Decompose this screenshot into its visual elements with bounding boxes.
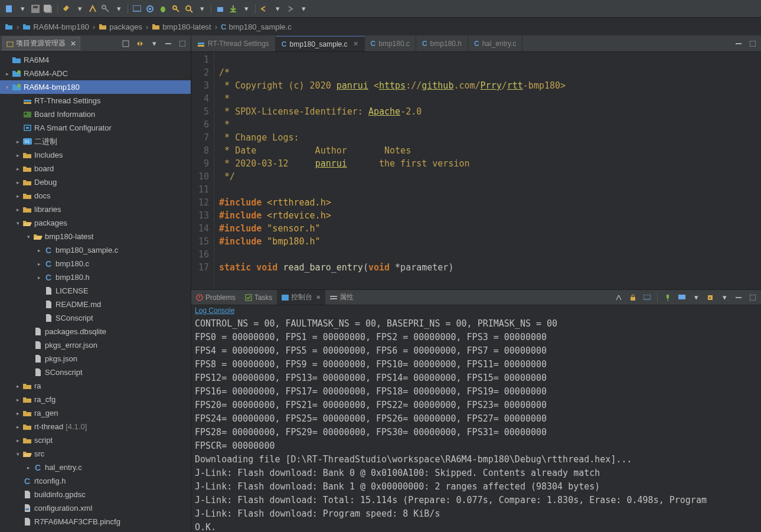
dropdown-icon[interactable]: ▾	[298, 3, 309, 15]
tree-item[interactable]: packages.dbsqlite	[0, 325, 191, 338]
tree-item[interactable]: ▸rt-thread[4.1.0]	[0, 420, 191, 433]
tree-item[interactable]: ▸libraries	[0, 203, 191, 216]
tree-arrow-icon[interactable]	[14, 518, 21, 526]
build-icon[interactable]	[87, 3, 99, 15]
tree-arrow-icon[interactable]: ▾	[4, 84, 11, 91]
close-icon[interactable]: ✕	[353, 40, 358, 48]
tree-arrow-icon[interactable]: ▸	[14, 423, 21, 430]
gear-icon[interactable]	[144, 3, 156, 15]
dropdown-icon[interactable]: ▾	[74, 3, 86, 15]
tree-arrow-icon[interactable]	[14, 97, 21, 105]
tree-item[interactable]: ▸01二进制	[0, 135, 191, 148]
tree-item[interactable]: buildinfo.gpdsc	[0, 488, 191, 501]
tree-arrow-icon[interactable]: ▸	[14, 383, 21, 390]
screen-icon[interactable]	[131, 3, 143, 15]
breadcrumb-item[interactable]: packages	[99, 22, 142, 31]
tree-item[interactable]: ▾src	[0, 447, 191, 461]
hammer-icon[interactable]	[61, 3, 73, 15]
tree-arrow-icon[interactable]	[14, 491, 21, 498]
tree-arrow-icon[interactable]	[25, 328, 32, 335]
tree-arrow-icon[interactable]: ▸	[14, 152, 21, 159]
tree-arrow-icon[interactable]: ▸	[35, 260, 43, 267]
console-title[interactable]: Log Console	[191, 305, 761, 316]
tree-item[interactable]: README.md	[0, 298, 191, 311]
clear-icon[interactable]	[613, 292, 625, 303]
tree-item[interactable]: RA Smart Configurator	[0, 121, 191, 135]
tree-arrow-icon[interactable]	[4, 57, 11, 64]
project-tree[interactable]: RA6M4▸RA6M4-ADC▾RA6M4-bmp180RT-Thread Se…	[0, 52, 191, 532]
tree-item[interactable]: Board Information	[0, 107, 191, 121]
code-line[interactable]: #include "sensor.h"	[219, 222, 566, 235]
tree-item[interactable]: SConscript	[0, 365, 191, 379]
code-editor[interactable]: 1234567891011121314151617 /* * Copyright…	[191, 52, 761, 289]
menu-icon[interactable]: ▾	[148, 38, 160, 50]
tree-item[interactable]: RT-Thread Settings	[0, 94, 191, 107]
tree-arrow-icon[interactable]	[35, 301, 43, 308]
editor-tab[interactable]: RT-Thread Settings	[191, 36, 276, 51]
tree-item[interactable]: ▸Cbmp180.h	[0, 270, 191, 284]
code-line[interactable]: * 2020-03-12 panrui the first version	[219, 157, 566, 170]
tree-arrow-icon[interactable]: ▸	[14, 206, 21, 213]
tree-item[interactable]: ▾packages	[0, 216, 191, 230]
link-icon[interactable]	[134, 38, 146, 50]
maximize-icon[interactable]	[177, 38, 188, 50]
minimize-icon[interactable]	[162, 38, 174, 50]
tree-item[interactable]: Crtconfig.h	[0, 474, 191, 488]
tree-arrow-icon[interactable]: ▸	[14, 138, 21, 145]
minimize-icon[interactable]	[733, 38, 744, 50]
editor-tab[interactable]: Chal_entry.c	[468, 36, 522, 51]
lock-icon[interactable]	[627, 292, 639, 303]
download-icon[interactable]	[227, 3, 239, 15]
code-line[interactable]: #include <rtthread.h>	[219, 196, 566, 209]
tree-item[interactable]: ▾bmp180-latest	[0, 230, 191, 243]
maximize-icon[interactable]	[747, 38, 759, 50]
forward-icon[interactable]	[285, 3, 296, 15]
code-line[interactable]: *	[219, 118, 566, 131]
dropdown-icon[interactable]: ▾	[690, 292, 702, 303]
dropdown-icon[interactable]: ▾	[272, 3, 283, 15]
back-icon[interactable]	[259, 3, 270, 15]
tree-arrow-icon[interactable]	[25, 342, 32, 349]
breadcrumb-item[interactable]	[5, 23, 13, 30]
dropdown-icon[interactable]: ▾	[718, 292, 730, 303]
display-icon[interactable]	[676, 292, 688, 303]
tree-item[interactable]: ▾RA6M4-bmp180	[0, 80, 191, 94]
tree-arrow-icon[interactable]	[35, 315, 43, 322]
tree-arrow-icon[interactable]: ▸	[14, 410, 21, 417]
breadcrumb-item[interactable]: bmp180-latest	[152, 22, 211, 31]
tree-arrow-icon[interactable]: ▸	[14, 192, 21, 200]
bug-icon[interactable]	[157, 3, 169, 15]
bottom-tab[interactable]: 控制台✕	[277, 290, 325, 305]
tree-item[interactable]: pkgs_error.json	[0, 338, 191, 352]
tree-arrow-icon[interactable]	[14, 111, 21, 118]
tree-arrow-icon[interactable]: ▸	[35, 247, 43, 254]
code-line[interactable]: /*	[219, 66, 566, 79]
screen-icon[interactable]	[641, 292, 653, 303]
code-line[interactable]	[219, 183, 566, 196]
tree-item[interactable]: ▸script	[0, 433, 191, 447]
editor-tab[interactable]: Cbmp180.h	[416, 36, 468, 51]
close-icon[interactable]: ✕	[70, 40, 76, 48]
editor-tab[interactable]: Cbmp180_sample.c✕	[276, 36, 365, 51]
dropdown-icon[interactable]: ▾	[196, 3, 208, 15]
tree-item[interactable]: ▸Debug	[0, 175, 191, 189]
new-icon[interactable]	[4, 3, 15, 15]
code-content[interactable]: /* * Copyright (c) 2020 panrui <https://…	[214, 52, 566, 289]
tree-arrow-icon[interactable]: ▸	[14, 179, 21, 186]
tree-arrow-icon[interactable]: ▸	[14, 396, 21, 403]
tree-item[interactable]: ▸ra	[0, 379, 191, 393]
tree-arrow-icon[interactable]: ▸	[35, 274, 43, 281]
tree-item[interactable]: ▸Includes	[0, 148, 191, 162]
dropdown-icon[interactable]: ▾	[113, 3, 125, 15]
dropdown-icon[interactable]: ▾	[17, 3, 28, 15]
console-output[interactable]: CONTROL_NS = 00, FAULTMASK_NS = 00, BASE…	[191, 316, 761, 532]
search-icon[interactable]	[183, 3, 195, 15]
tree-item[interactable]: ▸ra_cfg	[0, 393, 191, 406]
code-line[interactable]: * Date Author Notes	[219, 144, 566, 157]
tree-arrow-icon[interactable]: ▾	[25, 233, 32, 240]
tree-arrow-icon[interactable]: ▸	[14, 437, 21, 444]
tree-arrow-icon[interactable]: ▸	[25, 464, 32, 471]
tree-item[interactable]: SConscript	[0, 311, 191, 325]
panel-title-tab[interactable]: 项目资源管理器 ✕	[2, 37, 80, 50]
save-icon[interactable]	[30, 3, 41, 15]
